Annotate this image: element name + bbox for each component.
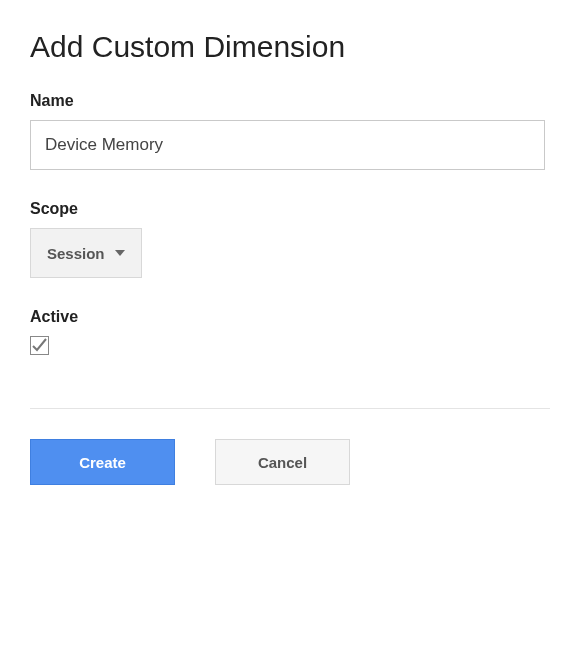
- create-button[interactable]: Create: [30, 439, 175, 485]
- name-input[interactable]: [30, 120, 545, 170]
- page-title: Add Custom Dimension: [30, 30, 550, 64]
- chevron-down-icon: [115, 250, 125, 256]
- scope-dropdown[interactable]: Session: [30, 228, 142, 278]
- scope-label: Scope: [30, 200, 550, 218]
- active-checkbox[interactable]: [30, 336, 49, 355]
- svg-marker-0: [115, 250, 125, 256]
- button-row: Create Cancel: [30, 439, 550, 485]
- name-field-group: Name: [30, 92, 550, 170]
- active-field-group: Active: [30, 308, 550, 358]
- scope-field-group: Scope Session: [30, 200, 550, 278]
- scope-selected-value: Session: [47, 245, 105, 262]
- cancel-button[interactable]: Cancel: [215, 439, 350, 485]
- active-label: Active: [30, 308, 550, 326]
- divider: [30, 408, 550, 409]
- checkmark-icon: [31, 337, 48, 354]
- name-label: Name: [30, 92, 550, 110]
